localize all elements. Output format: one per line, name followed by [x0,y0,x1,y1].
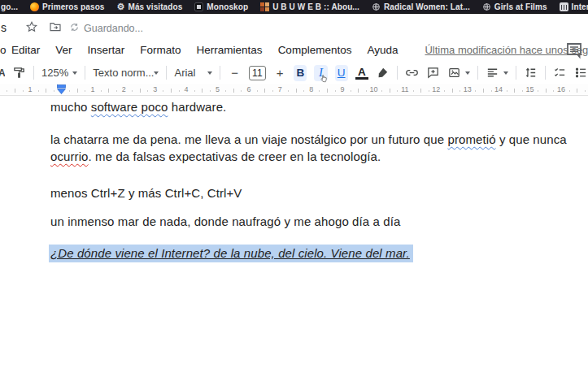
ruler-tick [546,89,547,93]
doc-paragraph-selected[interactable]: ¿De dónde viene el Internet? de la nube,… [49,245,413,262]
doc-text-segment: y que nunca [496,132,567,146]
doc-paragraph[interactable]: mucho software poco hardware. [50,100,226,114]
menu-item-herramientas[interactable]: Herramientas [197,44,263,56]
ruler-tick [381,90,382,92]
doc-text-segment: hardware. [168,100,226,114]
ruler-tick [585,90,586,92]
increase-font-size-button[interactable]: + [273,65,286,81]
menu-item-ayuda[interactable]: Ayuda [367,44,398,56]
ruler-tick [569,90,570,92]
ruler-tick [272,90,273,92]
doc-paragraph[interactable]: menos Ctrl+Z y más Ctrl+C, Ctrl+V [50,186,242,200]
line-spacing-icon[interactable] [524,66,538,80]
ruler-number: 15 [525,85,534,93]
spellcheck-icon[interactable]: A✓ [0,67,5,79]
ruler-number: 4 [185,85,189,93]
ruler-number: 1 [90,85,94,93]
indent-marker-icon[interactable] [57,84,66,94]
decrease-font-size-button[interactable]: − [228,65,241,81]
ruler-number: 14 [494,85,503,93]
add-comment-icon[interactable] [426,66,440,80]
ruler-tick [296,89,297,93]
insert-image-button[interactable] [447,66,470,80]
insert-link-icon[interactable] [405,66,419,80]
menu-item-ver[interactable]: Ver [55,44,72,56]
doc-paragraph[interactable]: ocurrio. me da falsas expectativas de cr… [50,149,381,163]
ruler-tick [7,90,7,92]
highlight-pen-icon[interactable] [376,66,390,80]
bookmark-label: go... [1,2,18,11]
ruler-tick [351,90,351,92]
bookmark-label: Girls at Films [494,2,547,11]
underline-button[interactable]: U [335,65,348,81]
menu-item-complementos[interactable]: Complementos [278,44,352,56]
bookmark-ubuweb[interactable]: U B U W E B :: Abou... [260,2,359,11]
ruler-tick [483,89,484,93]
bookmark-mas-visitados[interactable]: ⚙ Más visitados [117,2,183,11]
bookmark-radical-women[interactable]: Radical Women: Lat... [372,2,470,11]
bookmark-label: U B U W E B :: Abou... [272,2,359,11]
ruler-tick [132,90,133,92]
ruler-number: 5 [216,85,220,93]
ruler-tick [38,90,39,92]
doc-title-partial[interactable]: s [1,21,7,34]
ruler-tick [553,90,554,92]
separator [85,66,85,80]
internet-archive-icon [560,2,568,11]
chevron-down-icon [72,71,77,75]
bookmark-internet-archive[interactable]: Internet Archive: Di... [560,2,588,11]
separator [477,66,478,80]
ruler-tick [46,89,46,93]
menu-item-formato[interactable]: Formato [140,44,181,56]
zoom-select[interactable]: 125% [41,67,77,79]
align-left-icon [486,66,499,80]
text-color-button[interactable]: A [355,66,368,80]
menu-item-editar[interactable]: Editar [11,44,40,56]
doc-text-segment: la chatarra me da pena. me lleva a un vi… [50,132,447,146]
font-select[interactable]: Arial [174,67,212,79]
bulleted-list-icon[interactable] [574,66,588,80]
ruler-tick [108,89,109,93]
paragraph-style-select[interactable]: Texto norm... [93,67,159,79]
doc-paragraph[interactable]: un inmenso mar de nada, donde naufragó y… [50,214,400,228]
ruler-tick [538,90,538,92]
ruler[interactable]: 112345678910111213141516 [0,84,588,96]
ruler-tick [15,89,15,93]
align-button[interactable] [486,66,508,80]
bold-button[interactable]: B [294,65,307,81]
doc-text-segment: menos Ctrl+Z y más Ctrl+C, Ctrl+V [50,186,242,200]
star-icon[interactable] [25,20,38,33]
last-modified-link[interactable]: Última modificación hace unos segundos [425,44,588,56]
ruler-tick [452,89,453,93]
separator [397,66,398,80]
menu-item-insertar[interactable]: Insertar [88,44,125,56]
mouse-cursor-icon [319,71,331,84]
ruler-tick [241,90,242,92]
chevron-down-icon [154,71,159,75]
ruler-tick [77,89,78,93]
ruler-number: 3 [153,85,157,93]
paint-format-icon[interactable] [12,66,26,80]
document-canvas[interactable]: mucho software poco hardware. la chatarr… [0,96,588,368]
bookmark-overflow[interactable]: go... [1,2,18,11]
doc-text-segment: . me da falsas expectativas de creer en … [89,149,381,163]
gear-icon: ⚙ [117,2,125,11]
font-value: Arial [174,67,195,79]
separator [166,66,167,80]
ruler-number: 7 [278,85,282,93]
bookmark-primeros-pasos[interactable]: Primeros pasos [30,2,104,11]
ruler-tick [358,89,359,93]
checklist-icon[interactable] [553,66,567,80]
move-folder-icon[interactable] [49,20,62,33]
ruler-tick [85,90,85,92]
zoom-value: 125% [41,67,68,79]
bookmark-monoskop[interactable]: Monoskop [194,2,248,11]
bookmark-girls-at-films[interactable]: Girls at Films [482,2,547,11]
ruler-tick [288,90,289,92]
saving-status: Guardando... [84,23,143,34]
font-size-input[interactable]: 11 [249,66,266,80]
separator [516,66,516,80]
ruler-tick [420,89,421,93]
ruler-tick [397,90,398,92]
doc-paragraph[interactable]: la chatarra me da pena. me lleva a un vi… [50,132,567,146]
